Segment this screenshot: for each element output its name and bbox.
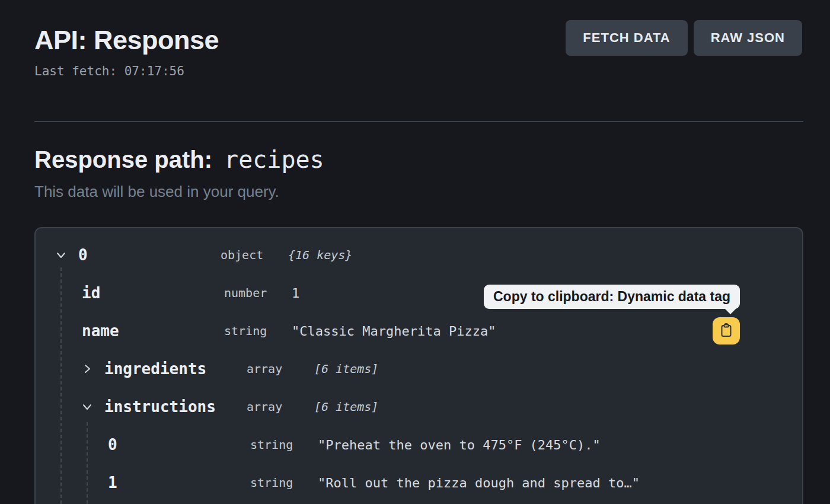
tree-key: ingredients — [104, 360, 247, 378]
tree-value: "Classic Margherita Pizza" — [283, 324, 496, 339]
tree-type: array — [247, 400, 306, 414]
chevron-down-icon[interactable] — [56, 250, 66, 260]
tree-row-root[interactable]: 0 object {16 keys} — [36, 236, 802, 274]
tree-row-instruction-0[interactable]: 0 string "Preheat the oven to 475°F (245… — [36, 426, 802, 464]
tree-row-name[interactable]: name string "Classic Margherita Pizza" C… — [36, 312, 802, 350]
tree-row-ingredients[interactable]: ingredients array [6 items] — [36, 350, 802, 388]
copy-tooltip: Copy to clipboard: Dynamic data tag — [484, 285, 740, 309]
tree-type: number — [224, 286, 283, 300]
tree-type: array — [247, 362, 306, 376]
tree-key: 1 — [108, 474, 250, 492]
clipboard-icon — [718, 322, 735, 340]
tree-type: object — [221, 248, 280, 262]
tree-key: instructions — [104, 398, 247, 416]
section-subtitle: This data will be used in your query. — [34, 183, 324, 201]
tree-type: string — [250, 476, 309, 490]
chevron-right-icon[interactable] — [82, 363, 92, 374]
response-path-value: recipes — [224, 146, 324, 173]
response-path-section: Response path: recipes This data will be… — [34, 146, 324, 201]
response-path-heading: Response path: recipes — [34, 146, 324, 173]
copy-to-clipboard-button[interactable] — [713, 317, 740, 344]
tree-meta: {16 keys} — [280, 248, 352, 262]
tree-key: name — [82, 322, 224, 340]
header-buttons: FETCH DATA RAW JSON — [566, 20, 802, 56]
chevron-down-icon[interactable] — [82, 401, 92, 412]
tree-value: 1 — [283, 286, 299, 301]
tree-meta: [6 items] — [306, 362, 378, 376]
response-path-label: Response path: — [34, 146, 212, 173]
section-divider — [34, 121, 803, 122]
fetch-data-button[interactable]: FETCH DATA — [566, 20, 687, 56]
tree-key: id — [82, 284, 224, 302]
tree-key: 0 — [108, 436, 250, 454]
tree-value: "Preheat the oven to 475°F (245°C)." — [309, 438, 601, 452]
raw-json-button[interactable]: RAW JSON — [694, 20, 802, 56]
tree-key: 0 — [78, 246, 221, 264]
tree-row-instruction-1[interactable]: 1 string "Roll out the pizza dough and s… — [36, 464, 802, 502]
last-fetch-timestamp: Last fetch: 07:17:56 — [34, 64, 802, 78]
tree-type: string — [250, 438, 309, 452]
tree-value: "Roll out the pizza dough and spread to…… — [309, 476, 640, 490]
tree-meta: [6 items] — [306, 400, 378, 414]
tree-type: string — [224, 324, 283, 338]
tree-row-instructions[interactable]: instructions array [6 items] — [36, 388, 802, 426]
json-tree-panel: 0 object {16 keys} id number 1 name stri… — [34, 227, 803, 504]
page-header: API: Response Last fetch: 07:17:56 FETCH… — [0, 0, 830, 78]
